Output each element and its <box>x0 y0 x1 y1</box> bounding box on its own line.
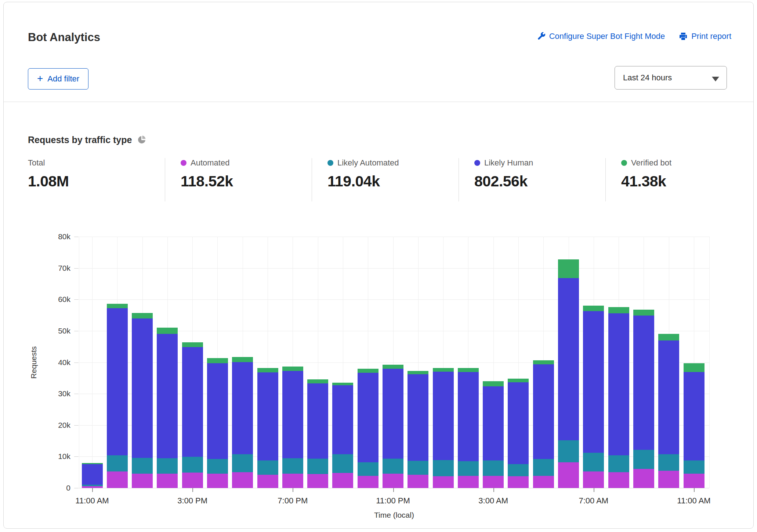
stat-label: Automated <box>191 158 229 168</box>
stat-divider <box>165 158 165 201</box>
header-links: Configure Super Bot Fight Mode Print rep… <box>537 32 731 41</box>
bot-analytics-card: Bot Analytics Configure Super Bot Fight … <box>3 2 754 529</box>
stat-value: 41.38k <box>621 173 671 190</box>
legend-dot <box>181 160 186 166</box>
header-divider <box>4 102 753 102</box>
pie-chart-icon <box>137 135 146 146</box>
print-link-label: Print report <box>691 32 731 41</box>
stat-divider <box>459 158 459 201</box>
legend-dot <box>327 160 333 166</box>
stat-verified-bot[interactable]: Verified bot41.38k <box>621 158 671 190</box>
stat-value: 802.56k <box>474 173 533 190</box>
add-filter-button[interactable]: + Add filter <box>28 68 88 90</box>
configure-link-label: Configure Super Bot Fight Mode <box>549 32 665 41</box>
stat-label: Likely Automated <box>337 158 399 168</box>
wrench-icon <box>537 32 546 41</box>
printer-icon <box>679 32 688 41</box>
stat-value: 119.04k <box>327 173 399 190</box>
legend-dot <box>621 160 627 166</box>
plus-icon: + <box>37 73 43 84</box>
section-title: Requests by traffic type <box>28 135 132 145</box>
time-range-value: Last 24 hours <box>623 73 672 83</box>
time-range-dropdown[interactable]: Last 24 hours <box>615 66 727 90</box>
stats-row: Total1.08MAutomated118.52kLikely Automat… <box>4 158 754 206</box>
page-title: Bot Analytics <box>28 31 100 44</box>
stat-total[interactable]: Total1.08M <box>28 158 69 190</box>
stat-value: 118.52k <box>181 173 233 190</box>
stat-divider <box>605 158 606 201</box>
stat-automated[interactable]: Automated118.52k <box>181 158 233 190</box>
stat-divider <box>312 158 312 201</box>
print-report-link[interactable]: Print report <box>679 32 731 41</box>
stat-label: Likely Human <box>484 158 533 168</box>
stat-likely-human[interactable]: Likely Human802.56k <box>474 158 533 190</box>
stat-label: Verified bot <box>631 158 671 168</box>
stat-label: Total <box>28 158 45 168</box>
configure-super-bot-fight-mode-link[interactable]: Configure Super Bot Fight Mode <box>537 32 665 41</box>
chevron-down-icon <box>712 77 719 81</box>
add-filter-label: Add filter <box>47 74 79 84</box>
stat-likely-automated[interactable]: Likely Automated119.04k <box>327 158 399 190</box>
legend-dot <box>474 160 480 166</box>
stat-value: 1.08M <box>28 173 69 190</box>
